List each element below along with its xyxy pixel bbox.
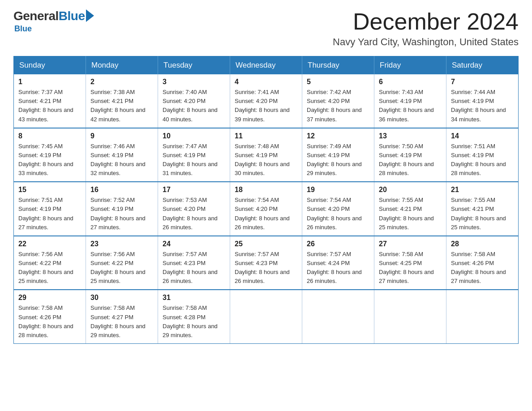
day-number: 20 — [379, 186, 442, 194]
day-number: 4 — [235, 78, 297, 86]
day-info: Sunrise: 7:49 AMSunset: 4:19 PMDaylight:… — [307, 143, 362, 176]
calendar-cell: 19 Sunrise: 7:54 AMSunset: 4:20 PMDaylig… — [302, 182, 374, 236]
calendar-cell: 29 Sunrise: 7:58 AMSunset: 4:26 PMDaylig… — [14, 290, 86, 343]
logo-blue-part: Blue — [59, 9, 94, 23]
calendar-cell: 24 Sunrise: 7:57 AMSunset: 4:23 PMDaylig… — [158, 236, 230, 290]
day-number: 1 — [18, 78, 81, 86]
calendar-cell — [446, 290, 519, 343]
day-number: 16 — [90, 186, 153, 194]
day-info: Sunrise: 7:58 AMSunset: 4:26 PMDaylight:… — [451, 251, 506, 284]
calendar-cell: 30 Sunrise: 7:58 AMSunset: 4:27 PMDaylig… — [86, 290, 158, 343]
calendar-cell: 10 Sunrise: 7:47 AMSunset: 4:19 PMDaylig… — [158, 128, 230, 182]
location-subtitle: Navy Yard City, Washington, United State… — [333, 36, 519, 48]
calendar-cell — [374, 290, 446, 343]
day-info: Sunrise: 7:58 AMSunset: 4:25 PMDaylight:… — [379, 251, 434, 284]
calendar-cell: 5 Sunrise: 7:42 AMSunset: 4:20 PMDayligh… — [302, 74, 374, 128]
calendar-cell: 7 Sunrise: 7:44 AMSunset: 4:19 PMDayligh… — [446, 74, 519, 128]
day-info: Sunrise: 7:55 AMSunset: 4:21 PMDaylight:… — [451, 197, 506, 230]
day-number: 8 — [18, 132, 81, 140]
day-info: Sunrise: 7:42 AMSunset: 4:20 PMDaylight:… — [307, 89, 362, 122]
day-info: Sunrise: 7:58 AMSunset: 4:26 PMDaylight:… — [18, 304, 73, 338]
day-number: 14 — [451, 132, 514, 140]
day-info: Sunrise: 7:52 AMSunset: 4:19 PMDaylight:… — [90, 197, 146, 230]
day-info: Sunrise: 7:45 AMSunset: 4:19 PMDaylight:… — [18, 143, 73, 176]
calendar-week-4: 22 Sunrise: 7:56 AMSunset: 4:22 PMDaylig… — [14, 236, 519, 290]
logo-blue-text: Blue — [59, 9, 85, 23]
calendar-cell: 12 Sunrise: 7:49 AMSunset: 4:19 PMDaylig… — [302, 128, 374, 182]
day-info: Sunrise: 7:54 AMSunset: 4:20 PMDaylight:… — [307, 197, 362, 230]
day-info: Sunrise: 7:55 AMSunset: 4:21 PMDaylight:… — [379, 197, 434, 230]
day-info: Sunrise: 7:50 AMSunset: 4:19 PMDaylight:… — [379, 143, 434, 176]
header-tuesday: Tuesday — [158, 56, 230, 75]
day-number: 11 — [235, 132, 297, 140]
day-info: Sunrise: 7:46 AMSunset: 4:19 PMDaylight:… — [90, 143, 146, 176]
day-info: Sunrise: 7:51 AMSunset: 4:19 PMDaylight:… — [451, 143, 506, 176]
day-number: 19 — [307, 186, 369, 194]
day-number: 15 — [18, 186, 81, 194]
calendar-cell: 25 Sunrise: 7:57 AMSunset: 4:23 PMDaylig… — [230, 236, 302, 290]
calendar-cell: 8 Sunrise: 7:45 AMSunset: 4:19 PMDayligh… — [14, 128, 86, 182]
calendar-cell — [230, 290, 302, 343]
logo: General Blue Blue — [13, 9, 94, 34]
header-thursday: Thursday — [302, 56, 374, 75]
day-number: 21 — [451, 186, 514, 194]
header-sunday: Sunday — [14, 56, 86, 75]
calendar-cell: 3 Sunrise: 7:40 AMSunset: 4:20 PMDayligh… — [158, 74, 230, 128]
day-number: 5 — [307, 78, 369, 86]
day-number: 25 — [235, 240, 297, 248]
header-wednesday: Wednesday — [230, 56, 302, 75]
calendar-table: Sunday Monday Tuesday Wednesday Thursday… — [13, 56, 519, 344]
calendar-week-2: 8 Sunrise: 7:45 AMSunset: 4:19 PMDayligh… — [14, 128, 519, 182]
day-info: Sunrise: 7:38 AMSunset: 4:21 PMDaylight:… — [90, 89, 146, 122]
day-info: Sunrise: 7:58 AMSunset: 4:27 PMDaylight:… — [90, 304, 146, 338]
calendar-cell: 21 Sunrise: 7:55 AMSunset: 4:21 PMDaylig… — [446, 182, 519, 236]
day-number: 17 — [163, 186, 225, 194]
calendar-cell: 2 Sunrise: 7:38 AMSunset: 4:21 PMDayligh… — [86, 74, 158, 128]
logo-arrow-icon — [86, 9, 94, 22]
day-number: 10 — [163, 132, 225, 140]
calendar-cell: 4 Sunrise: 7:41 AMSunset: 4:20 PMDayligh… — [230, 74, 302, 128]
day-number: 6 — [379, 78, 442, 86]
day-info: Sunrise: 7:57 AMSunset: 4:24 PMDaylight:… — [307, 251, 362, 284]
header-monday: Monday — [86, 56, 158, 75]
logo-underline-text: Blue — [14, 24, 32, 34]
day-number: 9 — [90, 132, 153, 140]
calendar-cell: 17 Sunrise: 7:53 AMSunset: 4:20 PMDaylig… — [158, 182, 230, 236]
weekday-header-row: Sunday Monday Tuesday Wednesday Thursday… — [14, 56, 519, 75]
day-number: 24 — [163, 240, 225, 248]
calendar-cell: 23 Sunrise: 7:56 AMSunset: 4:22 PMDaylig… — [86, 236, 158, 290]
header-friday: Friday — [374, 56, 446, 75]
day-number: 2 — [90, 78, 153, 86]
day-info: Sunrise: 7:58 AMSunset: 4:28 PMDaylight:… — [163, 304, 218, 338]
day-info: Sunrise: 7:51 AMSunset: 4:19 PMDaylight:… — [18, 197, 73, 230]
day-info: Sunrise: 7:57 AMSunset: 4:23 PMDaylight:… — [235, 251, 290, 284]
logo-general-text: General — [13, 9, 59, 23]
day-number: 22 — [18, 240, 81, 248]
calendar-cell: 20 Sunrise: 7:55 AMSunset: 4:21 PMDaylig… — [374, 182, 446, 236]
day-info: Sunrise: 7:57 AMSunset: 4:23 PMDaylight:… — [163, 251, 218, 284]
calendar-cell: 28 Sunrise: 7:58 AMSunset: 4:26 PMDaylig… — [446, 236, 519, 290]
day-info: Sunrise: 7:56 AMSunset: 4:22 PMDaylight:… — [18, 251, 73, 284]
calendar-week-3: 15 Sunrise: 7:51 AMSunset: 4:19 PMDaylig… — [14, 182, 519, 236]
day-number: 29 — [18, 294, 81, 302]
day-number: 28 — [451, 240, 514, 248]
calendar-cell: 31 Sunrise: 7:58 AMSunset: 4:28 PMDaylig… — [158, 290, 230, 343]
calendar-cell: 16 Sunrise: 7:52 AMSunset: 4:19 PMDaylig… — [86, 182, 158, 236]
calendar-cell: 13 Sunrise: 7:50 AMSunset: 4:19 PMDaylig… — [374, 128, 446, 182]
day-info: Sunrise: 7:37 AMSunset: 4:21 PMDaylight:… — [18, 89, 73, 122]
day-info: Sunrise: 7:54 AMSunset: 4:20 PMDaylight:… — [235, 197, 290, 230]
calendar-cell: 18 Sunrise: 7:54 AMSunset: 4:20 PMDaylig… — [230, 182, 302, 236]
title-area: December 2024 Navy Yard City, Washington… — [333, 9, 519, 48]
day-info: Sunrise: 7:56 AMSunset: 4:22 PMDaylight:… — [90, 251, 146, 284]
day-number: 13 — [379, 132, 442, 140]
calendar-cell: 9 Sunrise: 7:46 AMSunset: 4:19 PMDayligh… — [86, 128, 158, 182]
day-number: 12 — [307, 132, 369, 140]
day-number: 26 — [307, 240, 369, 248]
calendar-cell: 27 Sunrise: 7:58 AMSunset: 4:25 PMDaylig… — [374, 236, 446, 290]
day-number: 23 — [90, 240, 153, 248]
day-number: 27 — [379, 240, 442, 248]
month-year-title: December 2024 — [333, 9, 519, 34]
calendar-cell: 22 Sunrise: 7:56 AMSunset: 4:22 PMDaylig… — [14, 236, 86, 290]
day-info: Sunrise: 7:41 AMSunset: 4:20 PMDaylight:… — [235, 89, 290, 122]
calendar-cell: 1 Sunrise: 7:37 AMSunset: 4:21 PMDayligh… — [14, 74, 86, 128]
